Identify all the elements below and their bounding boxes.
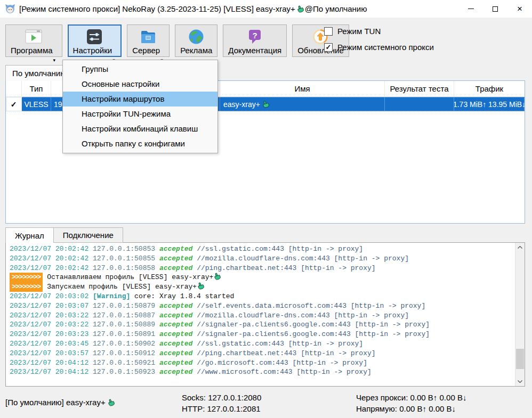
column-type[interactable]: Тип <box>22 81 51 96</box>
log-line: 2023/12/07 20:03:23 127.0.0.1:50891 acce… <box>10 330 515 339</box>
minimize-button[interactable] <box>458 0 483 18</box>
globe-icon <box>188 28 204 45</box>
settings-button[interactable]: Настройки <box>68 24 122 57</box>
tun-mode-label: Режим TUN <box>337 27 381 36</box>
scrollbar-thumb[interactable] <box>516 349 524 369</box>
column-test-result[interactable]: Результат теста <box>385 81 454 96</box>
close-button[interactable]: × <box>507 0 532 18</box>
cursor-hand-icon <box>107 399 115 406</box>
scroll-up-icon[interactable] <box>515 243 525 252</box>
log-line: 2023/12/07 20:03:57 127.0.0.1:50912 acce… <box>10 349 515 358</box>
sliders-icon <box>86 28 102 45</box>
http-address: HTTP: 127.0.0.1:2081 <box>182 403 261 414</box>
banner-chevrons: >>>>>>>> <box>10 273 43 282</box>
log-line: 2023/12/07 20:04:12 127.0.0.1:50921 acce… <box>10 358 515 368</box>
traffic-cell: 1.73 MiB↑ 13.95 MiB↓ <box>454 97 525 111</box>
test-result-cell <box>385 97 454 111</box>
program-window-icon <box>25 28 42 45</box>
cursor-hand-icon <box>197 282 204 290</box>
inbound-addresses: Socks: 127.0.0.1:2080 HTTP: 127.0.0.1:20… <box>182 392 261 414</box>
log-panel: 2023/12/07 20:02:42 127.0.0.1:50853 acce… <box>5 242 525 387</box>
log-tabs: Журнал Подключение <box>5 227 123 243</box>
menu-item[interactable]: Открыть папку с конфигами <box>63 136 217 151</box>
log-line: 2023/12/07 20:02:42 127.0.0.1:50855 acce… <box>10 254 515 264</box>
documentation-button[interactable]: ? Документация <box>223 24 287 57</box>
log-content[interactable]: 2023/12/07 20:02:42 127.0.0.1:50853 acce… <box>6 243 515 386</box>
column-traffic[interactable]: Трафик <box>454 81 525 96</box>
folder-icon <box>140 28 156 45</box>
minimize-icon <box>468 9 474 9</box>
direct-traffic: Напрямую: 0.00 B↑ 0.00 B↓ <box>356 403 466 414</box>
server-button[interactable]: Сервер <box>127 24 170 57</box>
log-scrollbar[interactable] <box>515 243 525 386</box>
tun-mode-checkbox[interactable]: Режим TUN <box>324 27 434 36</box>
active-profile-status: [По умолчанию] easy-xray+ <box>5 398 115 407</box>
program-button[interactable]: Программа <box>5 24 62 57</box>
menu-item[interactable]: Настройки TUN-режима <box>63 106 217 121</box>
column-check[interactable] <box>6 81 22 96</box>
cursor-hand-icon <box>213 273 221 280</box>
menu-item[interactable]: Настройки маршрутов <box>63 92 217 106</box>
system-proxy-label: Режим системного прокси <box>337 43 434 52</box>
banner-chevrons: >>>>>>>> <box>10 282 43 292</box>
ads-button[interactable]: Реклама <box>175 24 217 57</box>
maximize-icon <box>493 6 498 12</box>
log-line: 2023/12/07 20:03:22 127.0.0.1:50889 acce… <box>10 320 515 330</box>
log-line: 2023/12/07 20:03:45 127.0.0.1:50902 acce… <box>10 339 515 349</box>
menu-item[interactable]: Основные настройки <box>63 77 217 92</box>
log-line: 2023/12/07 20:03:22 127.0.0.1:50887 acce… <box>10 311 515 321</box>
log-line: 2023/12/07 20:04:12 127.0.0.1:50923 acce… <box>10 367 515 377</box>
column-name[interactable]: Имя <box>220 81 385 96</box>
window-title: [Режим системного прокси] NekoRay (3.25-… <box>19 4 367 13</box>
scroll-down-icon[interactable] <box>515 377 525 386</box>
toolbar: Программа Настройки Сервер <box>5 24 349 57</box>
log-line: 2023/12/07 20:02:42 127.0.0.1:50853 acce… <box>10 244 515 254</box>
menu-item[interactable]: Настройки комбинаций клавиш <box>63 121 217 136</box>
checkbox-checked-icon <box>324 43 333 52</box>
title-bar: [Режим системного прокси] NekoRay (3.25-… <box>0 0 532 18</box>
question-bubble-icon: ? <box>247 28 263 45</box>
system-proxy-checkbox[interactable]: Режим системного прокси <box>324 43 434 52</box>
log-line: 2023/12/07 20:03:07 127.0.0.1:50879 acce… <box>10 301 515 311</box>
close-icon: × <box>517 4 522 13</box>
proxy-mode-checkboxes: Режим TUN Режим системного прокси <box>324 27 434 52</box>
log-banner-line: >>>>>>>> Останавливаем профиль [VLESS] e… <box>10 273 515 282</box>
log-banner-line: >>>>>>>> Запускаем профиль [VLESS] easy-… <box>10 282 515 292</box>
settings-dropdown-menu: ГруппыОсновные настройкиНастройки маршру… <box>62 60 218 153</box>
cursor-hand-icon <box>262 101 269 108</box>
tab-journal[interactable]: Журнал <box>5 227 54 243</box>
svg-text:?: ? <box>253 30 257 39</box>
name-cell: easy-xray+ <box>220 97 385 111</box>
log-warning-line: 2023/12/07 20:03:02 [Warning] core: Xray… <box>10 292 515 301</box>
via-proxy-traffic: Через прокси: 0.00 B↑ 0.00 B↓ <box>356 392 466 403</box>
tab-connections[interactable]: Подключение <box>54 227 123 243</box>
type-cell: VLESS <box>22 97 51 111</box>
active-check-cell: ✓ <box>6 97 22 111</box>
log-line: 2023/12/07 20:02:42 127.0.0.1:50858 acce… <box>10 264 515 273</box>
menu-item[interactable]: Группы <box>63 62 217 77</box>
checkbox-icon <box>324 27 333 36</box>
cursor-hand-icon <box>296 5 304 13</box>
status-bar: [По умолчанию] easy-xray+ Socks: 127.0.0… <box>0 390 532 418</box>
nekoray-app-icon <box>5 3 15 14</box>
maximize-button[interactable] <box>483 0 507 18</box>
socks-address: Socks: 127.0.0.1:2080 <box>182 392 261 403</box>
traffic-stats: Через прокси: 0.00 B↑ 0.00 B↓ Напрямую: … <box>356 392 466 414</box>
